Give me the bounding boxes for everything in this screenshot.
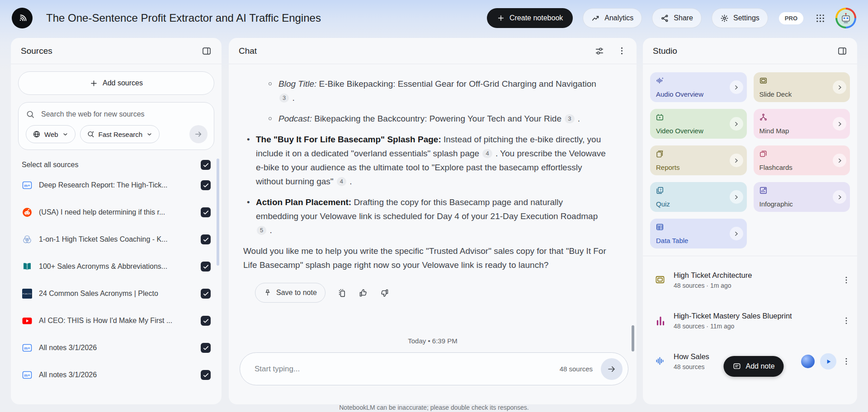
chat-bullet: Blog Title: E-Bike Bikepacking: Essentia… <box>242 77 607 105</box>
studio-card-reports[interactable]: Reports <box>650 145 747 175</box>
gear-icon <box>720 14 729 23</box>
chevron-right-icon[interactable] <box>730 117 743 131</box>
studio-card-slide-deck[interactable]: Slide Deck <box>754 72 850 102</box>
source-row[interactable]: m+All notes 3/1/2026 <box>18 361 214 389</box>
chat-input[interactable] <box>254 364 560 374</box>
studio-card-quiz[interactable]: ?Quiz <box>650 182 747 212</box>
source-row[interactable]: (USA) I need help determining if this r.… <box>18 199 214 226</box>
pin-icon <box>264 289 272 297</box>
chevron-down-icon <box>62 131 69 138</box>
source-title: 1-on-1 High Ticket Sales Coaching - K... <box>39 235 194 243</box>
sources-scrollbar-thumb[interactable] <box>217 159 219 266</box>
create-notebook-button[interactable]: Create notebook <box>487 8 573 28</box>
studio-divider <box>643 256 857 256</box>
source-row[interactable]: m+Deep Research Report: The High-Tick... <box>18 172 214 199</box>
apps-grid-button[interactable] <box>815 13 826 23</box>
note-more-menu-icon[interactable] <box>842 276 851 285</box>
audio-disc-icon[interactable] <box>801 355 815 368</box>
web-source-dropdown[interactable]: Web <box>26 125 75 143</box>
source-row[interactable]: 100+ Sales Acronyms & Abbreviations... <box>18 253 214 280</box>
chevron-right-icon[interactable] <box>833 117 846 131</box>
source-checkbox[interactable] <box>201 262 211 272</box>
citation-chip[interactable]: 4 <box>337 177 346 186</box>
source-checkbox[interactable] <box>201 343 211 353</box>
bold-text: Action Plan Placement: <box>256 197 351 207</box>
source-checkbox[interactable] <box>201 370 211 380</box>
chevron-right-icon[interactable] <box>833 154 846 167</box>
note-meta: 48 sources · 1m ago <box>674 282 835 289</box>
note-title: High Ticket Architecture <box>674 271 835 280</box>
studio-note-row[interactable]: High Ticket Architecture48 sources · 1m … <box>643 260 857 300</box>
citation-chip[interactable]: 5 <box>257 226 266 235</box>
source-row[interactable]: PLECTO24 Common Sales Acronyms | Plecto <box>18 280 214 307</box>
source-checkbox[interactable] <box>201 234 211 244</box>
youtube-icon <box>22 315 33 326</box>
chat-settings-icon[interactable] <box>594 46 604 56</box>
analytics-button[interactable]: Analytics <box>583 8 642 28</box>
studio-note-row[interactable]: High-Ticket Mastery Sales Blueprint48 so… <box>643 300 857 341</box>
studio-card-label: Mind Map <box>760 127 789 135</box>
chevron-right-icon[interactable] <box>730 80 743 94</box>
thumbs-up-icon[interactable] <box>359 288 368 298</box>
chat-bullet: Action Plan Placement: Drafting the copy… <box>242 195 607 237</box>
analytics-icon <box>591 14 600 23</box>
note-more-menu-icon[interactable] <box>842 357 851 366</box>
svg-text:m+: m+ <box>24 373 30 378</box>
chevron-right-icon[interactable] <box>730 154 743 167</box>
citation-chip[interactable]: 3 <box>565 114 574 123</box>
user-avatar[interactable] <box>835 8 856 28</box>
studio-card-audio-overview[interactable]: Audio Overview <box>650 72 747 102</box>
studio-card-mind-map[interactable]: Mind Map <box>754 109 850 139</box>
studio-card-video-overview[interactable]: Video Overview <box>650 109 747 139</box>
source-row[interactable]: AI CEO: THIS is How I'd Make My First ..… <box>18 307 214 334</box>
plus-icon <box>90 79 98 88</box>
notebooklm-logo-icon[interactable] <box>12 8 33 28</box>
citation-chip[interactable]: 4 <box>482 149 492 158</box>
research-dropdown-label: Fast Research <box>99 131 143 138</box>
research-mode-dropdown[interactable]: Fast Research <box>80 125 160 143</box>
source-checkbox[interactable] <box>201 207 211 217</box>
notebook-title[interactable]: The One-Sentence Profit Extractor and AI… <box>46 12 321 24</box>
studio-card-flashcards[interactable]: Flashcards <box>754 145 850 175</box>
select-all-label: Select all sources <box>22 161 78 169</box>
settings-button[interactable]: Settings <box>712 8 768 28</box>
save-to-note-button[interactable]: Save to note <box>255 283 326 303</box>
quiz-icon: ? <box>656 186 741 195</box>
book-icon <box>22 261 33 272</box>
chevron-right-icon[interactable] <box>730 190 743 204</box>
source-checkbox[interactable] <box>201 180 211 190</box>
studio-card-data-table[interactable]: Data Table <box>650 219 747 248</box>
svg-text:PLECTO: PLECTO <box>23 293 32 295</box>
chevron-right-icon[interactable] <box>833 190 846 204</box>
collapse-sources-panel-icon[interactable] <box>202 46 212 56</box>
share-button[interactable]: Share <box>652 8 702 28</box>
send-button[interactable] <box>601 358 623 380</box>
citation-chip[interactable]: 3 <box>279 94 289 103</box>
source-title: All notes 3/1/2026 <box>39 344 194 352</box>
copy-icon[interactable] <box>337 288 347 298</box>
chevron-right-icon[interactable] <box>730 227 743 240</box>
app-header: The One-Sentence Profit Extractor and AI… <box>0 0 868 36</box>
source-row[interactable]: m+All notes 3/1/2026 <box>18 334 214 361</box>
source-checkbox[interactable] <box>201 316 211 326</box>
play-button[interactable] <box>820 353 836 370</box>
chat-transcript: Blog Title: E-Bike Bikepacking: Essentia… <box>229 64 637 303</box>
search-submit-button[interactable] <box>189 125 208 143</box>
select-all-checkbox[interactable] <box>201 160 211 170</box>
chat-more-menu-icon[interactable] <box>617 46 627 56</box>
chat-sources-count: 48 sources <box>560 365 593 373</box>
search-input[interactable] <box>40 110 208 119</box>
chat-messages: Blog Title: E-Bike Bikepacking: Essentia… <box>242 77 607 272</box>
source-list: m+Deep Research Report: The High-Tick...… <box>18 172 214 389</box>
source-checkbox[interactable] <box>201 289 211 299</box>
add-note-button[interactable]: Add note <box>723 356 783 377</box>
thumbs-down-icon[interactable] <box>380 288 389 298</box>
chevron-right-icon[interactable] <box>833 80 846 94</box>
add-sources-button[interactable]: Add sources <box>18 71 214 95</box>
source-row[interactable]: 1-on-1 High Ticket Sales Coaching - K... <box>18 226 214 253</box>
chat-scrollbar-thumb[interactable] <box>632 325 634 351</box>
collapse-studio-panel-icon[interactable] <box>837 46 847 56</box>
note-more-menu-icon[interactable] <box>842 316 851 325</box>
note-extra <box>842 276 851 285</box>
studio-card-infographic[interactable]: Infographic <box>754 182 850 212</box>
